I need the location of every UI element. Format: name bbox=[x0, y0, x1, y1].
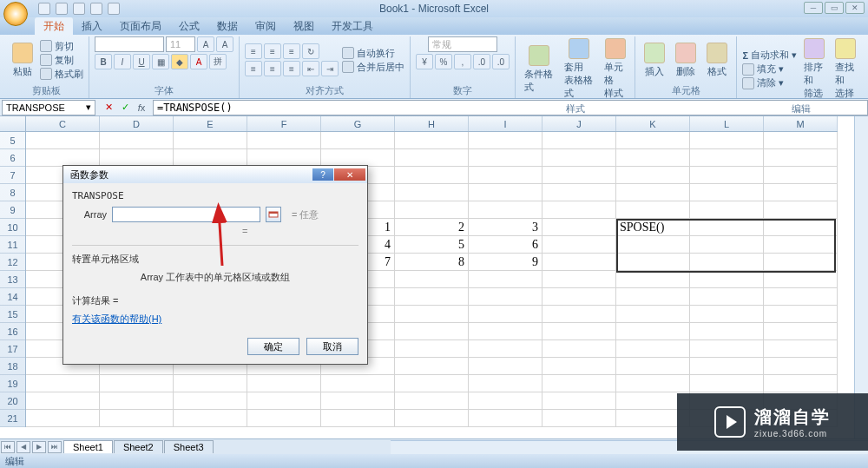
tab-home[interactable]: 开始 bbox=[35, 17, 73, 35]
cell[interactable] bbox=[395, 306, 469, 323]
column-header[interactable]: F bbox=[247, 116, 321, 131]
row-header[interactable]: 12 bbox=[0, 254, 25, 271]
cell[interactable]: 3 bbox=[469, 219, 542, 236]
sheet-nav-first[interactable]: ⏮ bbox=[1, 441, 15, 453]
font-color-button[interactable]: A bbox=[190, 54, 207, 69]
cell[interactable] bbox=[616, 375, 690, 392]
copy-button[interactable]: 复制 bbox=[40, 54, 83, 67]
cell[interactable] bbox=[469, 410, 542, 427]
cell[interactable] bbox=[764, 167, 838, 184]
cell[interactable] bbox=[690, 271, 764, 288]
cell[interactable] bbox=[469, 288, 542, 306]
cell[interactable] bbox=[26, 410, 100, 427]
cancel-button[interactable]: 取消 bbox=[306, 338, 358, 355]
cell[interactable] bbox=[542, 132, 616, 149]
cell[interactable] bbox=[690, 254, 764, 271]
close-button[interactable]: ✕ bbox=[845, 2, 865, 14]
dialog-titlebar[interactable]: 函数参数 ? ✕ bbox=[63, 166, 367, 183]
sort-filter-button[interactable]: 排序和 筛选 bbox=[800, 36, 828, 102]
cell[interactable] bbox=[542, 306, 616, 323]
row-header[interactable]: 16 bbox=[0, 323, 25, 340]
function-help-link[interactable]: 有关该函数的帮助(H) bbox=[72, 313, 161, 326]
cell[interactable] bbox=[469, 323, 542, 340]
cell[interactable] bbox=[26, 149, 100, 167]
comma-button[interactable]: , bbox=[454, 54, 471, 69]
cell[interactable] bbox=[690, 219, 764, 236]
fill-color-button[interactable]: ◆ bbox=[171, 54, 188, 69]
cell[interactable]: 6 bbox=[469, 236, 542, 254]
cell[interactable] bbox=[395, 340, 469, 358]
tab-page-layout[interactable]: 页面布局 bbox=[111, 17, 170, 35]
cell[interactable] bbox=[542, 323, 616, 340]
formula-input[interactable]: =TRANSPOSE() bbox=[153, 100, 868, 115]
align-bottom-button[interactable]: ≡ bbox=[283, 43, 300, 59]
orientation-button[interactable]: ↻ bbox=[302, 43, 319, 59]
border-button[interactable]: ▦ bbox=[152, 54, 169, 69]
cell[interactable] bbox=[764, 271, 838, 288]
tab-review[interactable]: 审阅 bbox=[247, 17, 285, 35]
cell[interactable] bbox=[616, 201, 690, 219]
cell[interactable] bbox=[395, 410, 469, 427]
cell[interactable] bbox=[690, 184, 764, 201]
cell[interactable] bbox=[100, 375, 174, 392]
merge-center-button[interactable]: 合并后居中 bbox=[342, 61, 404, 74]
indent-dec-button[interactable]: ⇤ bbox=[302, 61, 319, 76]
wrap-text-button[interactable]: 自动换行 bbox=[342, 47, 404, 60]
row-header[interactable]: 21 bbox=[0, 410, 25, 427]
qat-item[interactable] bbox=[90, 3, 102, 15]
cell[interactable] bbox=[764, 306, 838, 323]
qat-redo-icon[interactable] bbox=[73, 3, 85, 15]
tab-insert[interactable]: 插入 bbox=[73, 17, 111, 35]
row-header[interactable]: 8 bbox=[0, 184, 25, 201]
maximize-button[interactable]: ▭ bbox=[825, 2, 844, 14]
align-center-button[interactable]: ≡ bbox=[264, 61, 281, 76]
delete-cells-button[interactable]: 删除 bbox=[672, 41, 700, 80]
row-header[interactable]: 14 bbox=[0, 288, 25, 306]
cell[interactable] bbox=[690, 358, 764, 375]
cell[interactable] bbox=[542, 358, 616, 375]
cell[interactable] bbox=[174, 392, 247, 410]
cell[interactable] bbox=[469, 340, 542, 358]
cell[interactable] bbox=[616, 288, 690, 306]
column-header[interactable]: L bbox=[690, 116, 764, 131]
sheet-tab[interactable]: Sheet2 bbox=[114, 440, 163, 453]
cell[interactable] bbox=[395, 132, 469, 149]
cell[interactable] bbox=[764, 219, 838, 236]
align-top-button[interactable]: ≡ bbox=[245, 43, 262, 59]
cell[interactable]: 8 bbox=[395, 254, 469, 271]
font-name-combo[interactable] bbox=[95, 36, 164, 52]
ok-button[interactable]: 确定 bbox=[247, 338, 299, 355]
cell[interactable] bbox=[321, 132, 395, 149]
cell[interactable] bbox=[247, 132, 321, 149]
cell-styles-button[interactable]: 单元格 样式 bbox=[601, 36, 629, 102]
tab-view[interactable]: 视图 bbox=[285, 17, 323, 35]
underline-button[interactable]: U bbox=[133, 54, 150, 69]
autosum-button[interactable]: Σ 自动求和 ▾ bbox=[742, 49, 797, 62]
name-box-dropdown-icon[interactable]: ▾ bbox=[86, 102, 91, 113]
insert-function-button[interactable]: fx bbox=[134, 101, 149, 115]
column-header[interactable]: H bbox=[395, 116, 469, 131]
paste-button[interactable]: 粘贴 bbox=[9, 41, 36, 80]
cell[interactable] bbox=[764, 201, 838, 219]
qat-save-icon[interactable] bbox=[38, 3, 50, 15]
row-header[interactable]: 6 bbox=[0, 149, 25, 167]
cancel-formula-button[interactable]: ✕ bbox=[101, 101, 116, 115]
cell[interactable] bbox=[321, 392, 395, 410]
row-header[interactable]: 17 bbox=[0, 340, 25, 358]
cell[interactable] bbox=[247, 392, 321, 410]
cell[interactable] bbox=[542, 219, 616, 236]
cell[interactable] bbox=[395, 358, 469, 375]
cell[interactable] bbox=[542, 375, 616, 392]
find-select-button[interactable]: 查找和 选择 bbox=[832, 36, 859, 102]
cell[interactable]: 9 bbox=[469, 254, 542, 271]
cell[interactable] bbox=[469, 358, 542, 375]
bold-button[interactable]: B bbox=[95, 54, 112, 69]
cell[interactable] bbox=[247, 410, 321, 427]
cell[interactable] bbox=[542, 254, 616, 271]
sheet-nav-last[interactable]: ⏭ bbox=[48, 441, 62, 453]
cell[interactable] bbox=[690, 132, 764, 149]
column-header[interactable]: C bbox=[26, 116, 100, 131]
cell[interactable] bbox=[395, 271, 469, 288]
cell[interactable] bbox=[764, 254, 838, 271]
dialog-help-button[interactable]: ? bbox=[312, 168, 333, 181]
